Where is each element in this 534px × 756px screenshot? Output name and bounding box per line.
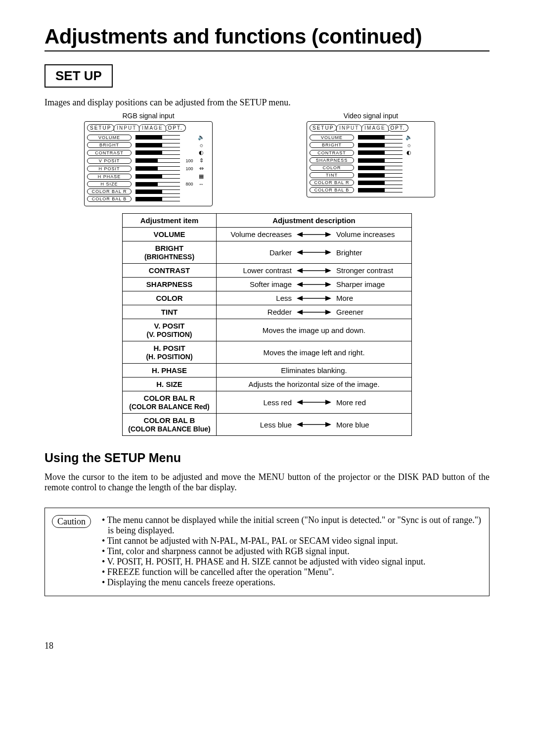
osd-row-item: COLOR BAL B <box>87 196 210 202</box>
osd-item-label: COLOR BAL B <box>310 187 354 193</box>
adjustment-row: CONTRASTLower contrastStronger contrast <box>123 264 412 278</box>
adjustment-description: Volume decreasesVolume increases <box>217 228 412 241</box>
page-number: 18 <box>44 641 490 651</box>
osd-icon: ☼ <box>404 142 413 148</box>
caution-item: • Tint, color and sharpness cannot be ad… <box>102 546 481 557</box>
adjustment-item: V. POSIT(V. POSITION) <box>123 319 217 341</box>
osd-rgb-panel: SETUP INPUT IMAGE OPT. VOLUME🔈BRIGHT☼CON… <box>84 121 213 206</box>
osd-bar <box>135 174 180 179</box>
osd-rgb-rows: VOLUME🔈BRIGHT☼CONTRAST◐V POSIT100⇕H POSI… <box>87 134 210 202</box>
osd-icon: ⇔ <box>197 165 206 172</box>
osd-tab: INPUT <box>114 124 139 132</box>
adjustment-item: COLOR <box>123 291 217 305</box>
osd-tab: INPUT <box>336 124 362 132</box>
osd-bar <box>358 181 402 185</box>
adjustment-row: H. SIZEAdjusts the horizontal size of th… <box>123 378 412 391</box>
adjustment-row: BRIGHT(BRIGHTNESS)DarkerBrighter <box>123 241 412 264</box>
osd-item-label: BRIGHT <box>310 142 354 148</box>
svg-marker-23 <box>325 422 331 427</box>
osd-row-item: H POSIT100⇔ <box>87 165 210 172</box>
adjustment-description: Moves the image up and down. <box>217 319 412 341</box>
osd-icon: ↔ <box>197 181 206 187</box>
adjustment-row: H. PHASEEliminates blanking. <box>123 364 412 378</box>
osd-rgb-tabs: SETUP INPUT IMAGE OPT. <box>87 124 210 132</box>
caution-item: • FREEZE function will be cancelled afte… <box>102 567 481 577</box>
adjustment-row: COLOR BAL B(COLOR BALANCE Blue)Less blue… <box>123 414 412 436</box>
osd-bar <box>135 197 180 201</box>
osd-row-item: CONTRAST◐ <box>87 149 210 156</box>
adjustment-description: DarkerBrighter <box>217 241 412 264</box>
osd-bar <box>358 143 402 147</box>
osd-video-column: Video signal input SETUP INPUT IMAGE OPT… <box>307 112 435 206</box>
osd-tab: OPT. <box>388 124 408 132</box>
osd-row-item: H SIZE800↔ <box>87 181 210 187</box>
adjustment-description: Lower contrastStronger contrast <box>217 264 412 278</box>
intro-paragraph: Images and display positions can be adju… <box>44 97 490 108</box>
adjustment-item: H. SIZE <box>123 378 217 391</box>
adjustment-description: Less blueMore blue <box>217 414 412 436</box>
osd-video-caption: Video signal input <box>307 112 435 120</box>
adjustment-table-wrap: Adjustment item Adjustment description V… <box>44 213 490 436</box>
svg-marker-22 <box>297 422 303 427</box>
osd-item-label: COLOR <box>310 165 354 171</box>
osd-bar <box>135 150 180 155</box>
osd-row-item: BRIGHT☼ <box>310 142 432 148</box>
svg-marker-14 <box>325 296 331 301</box>
adjustment-description: Less redMore red <box>217 391 412 414</box>
osd-row-item: COLOR BAL R <box>87 189 210 194</box>
svg-marker-2 <box>325 232 331 237</box>
osd-row-item: VOLUME🔈 <box>310 134 432 141</box>
adjustment-item: VOLUME <box>123 228 217 241</box>
osd-row-item: CONTRAST◐ <box>310 149 432 156</box>
adjustment-description: RedderGreener <box>217 305 412 319</box>
osd-item-label: BRIGHT <box>87 142 132 148</box>
adjustment-row: TINTRedderGreener <box>123 305 412 319</box>
adjustment-description: LessMore <box>217 291 412 305</box>
osd-icon: ▦ <box>197 173 206 180</box>
osd-video-tabs: SETUP INPUT IMAGE OPT. <box>310 124 432 132</box>
adjustment-item: SHARPNESS <box>123 278 217 291</box>
osd-tab: SETUP <box>87 124 114 132</box>
adjustment-head-item: Adjustment item <box>123 214 217 228</box>
caution-box: Caution • The menu cannot be displayed w… <box>44 508 490 596</box>
osd-value: 100 <box>182 158 197 163</box>
adjustment-description: Moves the image left and right. <box>217 341 412 364</box>
caution-label: Caution <box>52 515 91 528</box>
osd-item-label: CONTRAST <box>87 150 132 156</box>
osd-rgb-caption: RGB signal input <box>84 112 213 120</box>
osd-bar <box>358 173 402 178</box>
osd-item-label: H PHASE <box>87 174 132 180</box>
osd-icon: ☼ <box>197 142 206 148</box>
svg-marker-10 <box>297 282 303 287</box>
adjustment-description: Softer imageSharper image <box>217 278 412 291</box>
osd-tab: IMAGE <box>361 124 388 132</box>
osd-tab: OPT. <box>166 124 186 132</box>
svg-marker-20 <box>325 400 331 405</box>
adjustment-row: V. POSIT(V. POSITION)Moves the image up … <box>123 319 412 341</box>
osd-row-item: SHARPNESS <box>310 157 432 163</box>
body-paragraph: Move the cursor to the item to be adjust… <box>44 472 490 493</box>
osd-tab: IMAGE <box>139 124 166 132</box>
adjustment-row: VOLUMEVolume decreasesVolume increases <box>123 228 412 241</box>
osd-bar <box>358 188 402 192</box>
subheading: Using the SETUP Menu <box>44 451 490 465</box>
caution-list: • The menu cannot be displayed while the… <box>102 515 481 588</box>
osd-icon: 🔈 <box>197 134 206 141</box>
osd-item-label: VOLUME <box>87 135 132 141</box>
adjustment-tbody: VOLUMEVolume decreasesVolume increasesBR… <box>123 228 412 436</box>
caution-item: • Displaying the menu cancels freeze ope… <box>102 577 481 588</box>
osd-row-item: TINT <box>310 172 432 178</box>
osd-tab: SETUP <box>310 124 337 132</box>
osd-row-item: COLOR <box>310 165 432 171</box>
osd-icon: ◐ <box>197 149 206 156</box>
page-title: Adjustments and functions (continued) <box>44 25 490 48</box>
osd-row-item: VOLUME🔈 <box>87 134 210 141</box>
svg-marker-7 <box>297 268 303 273</box>
osd-icon: 🔈 <box>404 134 413 141</box>
osd-value: 800 <box>182 182 197 187</box>
osd-bar <box>358 158 402 163</box>
svg-marker-4 <box>297 250 303 255</box>
adjustment-row: H. POSIT(H. POSITION)Moves the image lef… <box>123 341 412 364</box>
adjustment-item: H. PHASE <box>123 364 217 378</box>
osd-item-label: H POSIT <box>87 166 132 172</box>
